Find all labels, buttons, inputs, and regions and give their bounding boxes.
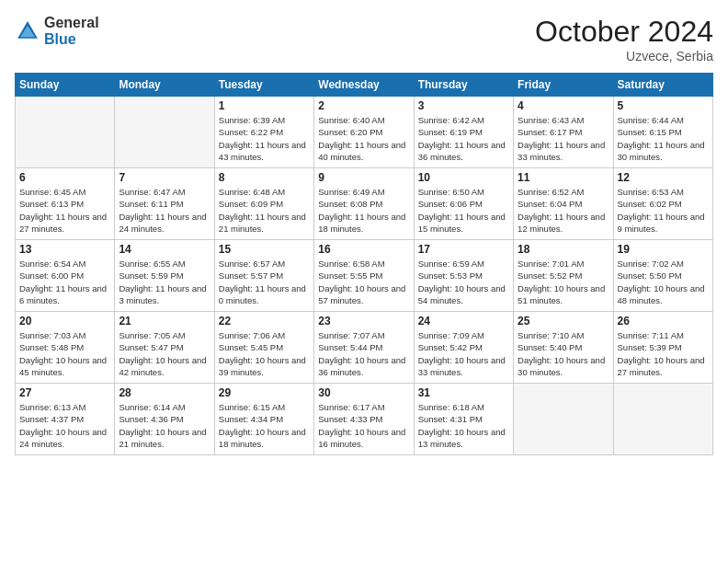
calendar-cell: 25Sunrise: 7:10 AMSunset: 5:40 PMDayligh… [514, 312, 613, 384]
day-number: 28 [119, 386, 210, 399]
day-info: Sunrise: 6:43 AMSunset: 6:17 PMDaylight:… [518, 114, 609, 163]
calendar-table: SundayMondayTuesdayWednesdayThursdayFrid… [15, 73, 713, 455]
day-number: 18 [518, 243, 609, 256]
calendar-cell: 15Sunrise: 6:57 AMSunset: 5:57 PMDayligh… [214, 240, 313, 312]
day-info: Sunrise: 6:14 AMSunset: 4:36 PMDaylight:… [119, 401, 210, 450]
day-number: 17 [418, 243, 509, 256]
day-info: Sunrise: 7:07 AMSunset: 5:44 PMDaylight:… [318, 329, 409, 378]
day-number: 23 [318, 315, 409, 327]
day-number: 3 [418, 99, 509, 112]
day-number: 16 [318, 243, 409, 256]
calendar-cell: 24Sunrise: 7:09 AMSunset: 5:42 PMDayligh… [414, 312, 513, 384]
calendar-row: 1Sunrise: 6:39 AMSunset: 6:22 PMDaylight… [16, 97, 713, 168]
weekday-header: Wednesday [314, 74, 414, 97]
day-number: 26 [618, 315, 709, 327]
calendar-cell: 8Sunrise: 6:48 AMSunset: 6:09 PMDaylight… [214, 168, 313, 240]
day-info: Sunrise: 7:06 AMSunset: 5:45 PMDaylight:… [219, 329, 310, 378]
day-info: Sunrise: 6:50 AMSunset: 6:06 PMDaylight:… [418, 186, 509, 235]
calendar-container: General Blue October 2024 Uzvece, Serbia… [0, 0, 728, 563]
calendar-cell: 12Sunrise: 6:53 AMSunset: 6:02 PMDayligh… [613, 168, 712, 240]
calendar-cell: 26Sunrise: 7:11 AMSunset: 5:39 PMDayligh… [613, 312, 712, 384]
day-info: Sunrise: 7:09 AMSunset: 5:42 PMDaylight:… [418, 329, 509, 378]
day-number: 1 [219, 99, 310, 112]
day-info: Sunrise: 6:39 AMSunset: 6:22 PMDaylight:… [219, 114, 310, 163]
calendar-cell: 17Sunrise: 6:59 AMSunset: 5:53 PMDayligh… [414, 240, 513, 312]
calendar-cell [16, 97, 115, 168]
day-info: Sunrise: 6:17 AMSunset: 4:33 PMDaylight:… [318, 401, 409, 450]
day-info: Sunrise: 6:42 AMSunset: 6:19 PMDaylight:… [418, 114, 509, 163]
calendar-cell: 20Sunrise: 7:03 AMSunset: 5:48 PMDayligh… [16, 312, 115, 384]
day-info: Sunrise: 7:02 AMSunset: 5:50 PMDaylight:… [618, 258, 709, 306]
calendar-cell: 31Sunrise: 6:18 AMSunset: 4:31 PMDayligh… [414, 384, 513, 455]
calendar-cell: 4Sunrise: 6:43 AMSunset: 6:17 PMDaylight… [514, 97, 613, 168]
day-number: 14 [119, 243, 210, 256]
day-number: 11 [518, 171, 609, 184]
day-number: 31 [418, 386, 509, 399]
weekday-header: Tuesday [214, 74, 313, 97]
calendar-cell: 23Sunrise: 7:07 AMSunset: 5:44 PMDayligh… [314, 312, 414, 384]
weekday-header: Friday [514, 74, 613, 97]
calendar-row: 27Sunrise: 6:13 AMSunset: 4:37 PMDayligh… [16, 384, 713, 455]
day-number: 29 [219, 386, 310, 399]
day-number: 9 [318, 171, 409, 184]
calendar-cell: 3Sunrise: 6:42 AMSunset: 6:19 PMDaylight… [414, 97, 513, 168]
day-info: Sunrise: 6:54 AMSunset: 6:00 PMDaylight:… [19, 258, 110, 306]
weekday-header: Thursday [414, 74, 513, 97]
weekday-header: Saturday [613, 74, 712, 97]
weekday-header: Sunday [16, 74, 115, 97]
calendar-row: 6Sunrise: 6:45 AMSunset: 6:13 PMDaylight… [16, 168, 713, 240]
logo: General Blue [15, 15, 99, 47]
calendar-cell [115, 97, 214, 168]
calendar-cell [514, 384, 613, 455]
calendar-cell: 9Sunrise: 6:49 AMSunset: 6:08 PMDaylight… [314, 168, 414, 240]
day-number: 20 [19, 315, 110, 327]
calendar-cell: 21Sunrise: 7:05 AMSunset: 5:47 PMDayligh… [115, 312, 214, 384]
logo-icon [15, 18, 40, 44]
day-info: Sunrise: 6:53 AMSunset: 6:02 PMDaylight:… [618, 186, 709, 235]
location: Uzvece, Serbia [535, 49, 713, 63]
calendar-cell: 18Sunrise: 7:01 AMSunset: 5:52 PMDayligh… [514, 240, 613, 312]
day-number: 13 [19, 243, 110, 256]
day-info: Sunrise: 7:10 AMSunset: 5:40 PMDaylight:… [518, 329, 609, 378]
calendar-cell: 27Sunrise: 6:13 AMSunset: 4:37 PMDayligh… [16, 384, 115, 455]
day-number: 12 [618, 171, 709, 184]
day-number: 25 [518, 315, 609, 327]
day-info: Sunrise: 6:49 AMSunset: 6:08 PMDaylight:… [318, 186, 409, 235]
day-info: Sunrise: 6:47 AMSunset: 6:11 PMDaylight:… [119, 186, 210, 235]
header: General Blue October 2024 Uzvece, Serbia [15, 15, 713, 63]
calendar-cell: 28Sunrise: 6:14 AMSunset: 4:36 PMDayligh… [115, 384, 214, 455]
logo-blue: Blue [44, 31, 99, 48]
calendar-cell: 16Sunrise: 6:58 AMSunset: 5:55 PMDayligh… [314, 240, 414, 312]
calendar-cell: 6Sunrise: 6:45 AMSunset: 6:13 PMDaylight… [16, 168, 115, 240]
title-block: October 2024 Uzvece, Serbia [535, 15, 713, 63]
day-number: 7 [119, 171, 210, 184]
day-number: 2 [318, 99, 409, 112]
calendar-cell: 13Sunrise: 6:54 AMSunset: 6:00 PMDayligh… [16, 240, 115, 312]
day-number: 21 [119, 315, 210, 327]
calendar-cell: 7Sunrise: 6:47 AMSunset: 6:11 PMDaylight… [115, 168, 214, 240]
calendar-cell: 29Sunrise: 6:15 AMSunset: 4:34 PMDayligh… [214, 384, 313, 455]
calendar-cell: 5Sunrise: 6:44 AMSunset: 6:15 PMDaylight… [613, 97, 712, 168]
header-row: SundayMondayTuesdayWednesdayThursdayFrid… [16, 74, 713, 97]
logo-text: General Blue [44, 15, 99, 47]
day-number: 22 [219, 315, 310, 327]
calendar-row: 13Sunrise: 6:54 AMSunset: 6:00 PMDayligh… [16, 240, 713, 312]
weekday-header: Monday [115, 74, 214, 97]
day-number: 27 [19, 386, 110, 399]
day-info: Sunrise: 6:13 AMSunset: 4:37 PMDaylight:… [19, 401, 110, 450]
calendar-cell: 1Sunrise: 6:39 AMSunset: 6:22 PMDaylight… [214, 97, 313, 168]
day-info: Sunrise: 6:40 AMSunset: 6:20 PMDaylight:… [318, 114, 409, 163]
calendar-cell: 22Sunrise: 7:06 AMSunset: 5:45 PMDayligh… [214, 312, 313, 384]
day-number: 8 [219, 171, 310, 184]
day-number: 30 [318, 386, 409, 399]
calendar-cell: 30Sunrise: 6:17 AMSunset: 4:33 PMDayligh… [314, 384, 414, 455]
day-info: Sunrise: 6:44 AMSunset: 6:15 PMDaylight:… [618, 114, 709, 163]
calendar-cell: 14Sunrise: 6:55 AMSunset: 5:59 PMDayligh… [115, 240, 214, 312]
day-number: 24 [418, 315, 509, 327]
logo-general: General [44, 15, 99, 31]
day-info: Sunrise: 6:18 AMSunset: 4:31 PMDaylight:… [418, 401, 509, 450]
day-info: Sunrise: 6:55 AMSunset: 5:59 PMDaylight:… [119, 258, 210, 306]
day-info: Sunrise: 6:59 AMSunset: 5:53 PMDaylight:… [418, 258, 509, 306]
day-number: 19 [618, 243, 709, 256]
day-info: Sunrise: 6:58 AMSunset: 5:55 PMDaylight:… [318, 258, 409, 306]
